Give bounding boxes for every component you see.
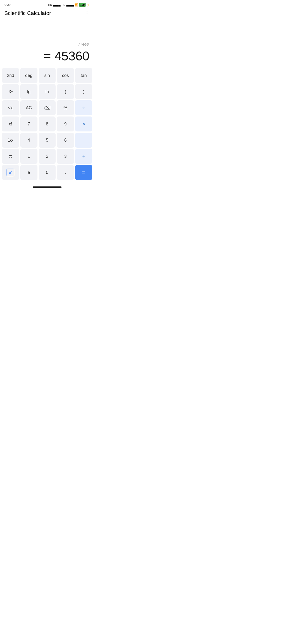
5-btn[interactable]: 5 [39, 133, 56, 148]
tan-btn[interactable]: tan [75, 68, 92, 83]
0-btn[interactable]: 0 [39, 165, 56, 180]
corner-btn[interactable]: ↙ [2, 165, 19, 180]
status-time: 2:46 [4, 3, 11, 7]
wifi-icon: 📶 [75, 4, 78, 6]
3-btn[interactable]: 3 [57, 149, 74, 164]
result-display: = 45360 [44, 49, 89, 63]
4-btn[interactable]: 4 [20, 133, 38, 148]
hd-signal-2: HD [62, 4, 66, 6]
plus-btn[interactable]: + [75, 149, 92, 164]
app-header: Scientific Calculator ⋮ [0, 9, 94, 19]
sin-btn[interactable]: sin [39, 68, 56, 83]
app-title: Scientific Calculator [4, 10, 51, 16]
pi-btn[interactable]: π [2, 149, 19, 164]
status-bar: 2:46 HD ▄▄▄▄ HD ▄▄▄▄ 📶 100 ⚡ [0, 0, 94, 9]
divide-btn[interactable]: ÷ [75, 100, 92, 115]
percent-btn[interactable]: % [57, 100, 74, 115]
1-btn[interactable]: 1 [20, 149, 38, 164]
menu-button[interactable]: ⋮ [84, 10, 90, 16]
ac-btn[interactable]: AC [20, 100, 38, 115]
key-row-0: 2nddegsincostan [2, 68, 92, 83]
sqrt-btn[interactable]: √x [2, 100, 19, 115]
status-icons: HD ▄▄▄▄ HD ▄▄▄▄ 📶 100 ⚡ [48, 3, 90, 7]
signal-bars-2: ▄▄▄▄ [66, 4, 74, 6]
deg-btn[interactable]: deg [20, 68, 38, 83]
7-btn[interactable]: 7 [20, 116, 38, 132]
key-row-4: 1/x456− [2, 133, 92, 148]
nav-bar [0, 183, 94, 189]
reciprocal-btn[interactable]: 1/x [2, 133, 19, 148]
2-btn[interactable]: 2 [39, 149, 56, 164]
key-row-6: ↙e0.= [2, 165, 92, 180]
keypad: 2nddegsincostanXylgln()√xAC⌫%÷x!789×1/x4… [0, 67, 94, 183]
key-row-3: x!789× [2, 116, 92, 132]
charging-icon: ⚡ [86, 4, 90, 6]
minus-btn[interactable]: − [75, 133, 92, 148]
xpow-btn[interactable]: Xy [2, 84, 19, 99]
cos-btn[interactable]: cos [57, 68, 74, 83]
backspace-btn[interactable]: ⌫ [39, 100, 56, 115]
equals-btn[interactable]: = [75, 165, 92, 180]
rparen-btn[interactable]: ) [75, 84, 92, 99]
lparen-btn[interactable]: ( [57, 84, 74, 99]
e-btn[interactable]: e [20, 165, 38, 180]
hd-signal-1: HD [48, 4, 52, 6]
battery-indicator: 100 [79, 3, 86, 7]
2nd-btn[interactable]: 2nd [2, 68, 19, 83]
multiply-btn[interactable]: × [75, 116, 92, 132]
factorial-btn[interactable]: x! [2, 116, 19, 132]
key-row-5: π123+ [2, 149, 92, 164]
8-btn[interactable]: 8 [39, 116, 56, 132]
9-btn[interactable]: 9 [57, 116, 74, 132]
nav-pill [33, 186, 62, 188]
key-row-1: Xylgln() [2, 84, 92, 99]
display-area: 7!+8! = 45360 [0, 19, 94, 67]
lg-btn[interactable]: lg [20, 84, 38, 99]
ln-btn[interactable]: ln [39, 84, 56, 99]
signal-bars-1: ▄▄▄▄ [53, 4, 60, 6]
dot-btn[interactable]: . [57, 165, 74, 180]
key-row-2: √xAC⌫%÷ [2, 100, 92, 115]
expression-display: 7!+8! [77, 42, 89, 48]
6-btn[interactable]: 6 [57, 133, 74, 148]
